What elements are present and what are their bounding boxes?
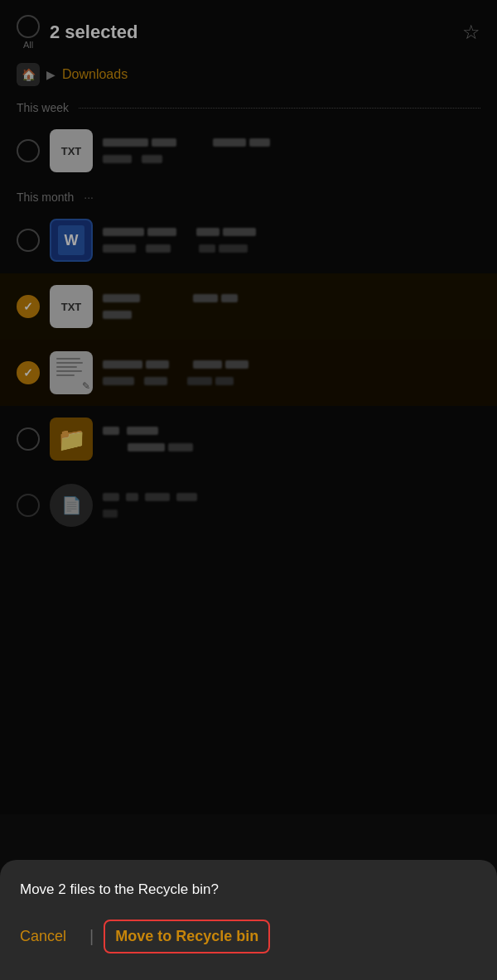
star-icon[interactable]: ☆ [462, 21, 480, 44]
action-sheet-message: Move 2 files to the Recycle bin? [20, 880, 477, 900]
file-row[interactable]: TXT [0, 273, 497, 340]
cancel-button[interactable]: Cancel [20, 921, 80, 952]
file-info-3 [103, 294, 480, 319]
section-divider [79, 108, 480, 109]
file-thumb-folder-5: 📁 [50, 418, 93, 461]
file-checkbox-5[interactable] [17, 427, 40, 451]
home-icon[interactable]: 🏠 [17, 63, 40, 86]
file-thumb-txt-1: TXT [50, 129, 93, 172]
file-info-6 [103, 493, 480, 518]
file-row[interactable]: TXT [0, 118, 497, 184]
breadcrumb-folder[interactable]: Downloads [62, 67, 128, 82]
section-this-month: This month ··· [0, 184, 497, 207]
action-sheet-buttons: Cancel | Move to Recycle bin [20, 920, 477, 953]
all-label: All [23, 40, 33, 50]
breadcrumb-arrow: ▶ [46, 68, 55, 81]
file-row[interactable]: 📁 [0, 406, 497, 472]
file-checkbox-4[interactable] [17, 361, 40, 384]
file-row[interactable]: ✎ [0, 340, 497, 406]
action-divider: | [89, 927, 94, 946]
file-checkbox-3[interactable] [17, 295, 40, 318]
selected-count: 2 selected [50, 22, 138, 43]
action-sheet: Move 2 files to the Recycle bin? Cancel … [0, 860, 497, 980]
file-info-2 [103, 228, 480, 253]
breadcrumb: 🏠 ▶ Downloads [0, 58, 497, 94]
section-this-week: This week [0, 94, 497, 118]
header: All 2 selected ☆ [0, 0, 497, 58]
file-thumb-doc-4: ✎ [50, 351, 93, 394]
file-checkbox-6[interactable] [17, 494, 40, 517]
confirm-move-to-recycle-bin-button[interactable]: Move to Recycle bin [104, 920, 270, 953]
file-info-1 [103, 138, 480, 163]
file-info-4 [103, 360, 480, 385]
select-all-checkbox[interactable] [17, 15, 40, 38]
file-thumb-misc-6: 📄 [50, 484, 93, 527]
header-left: All 2 selected [17, 15, 138, 50]
file-row[interactable]: 📄 [0, 472, 497, 538]
file-row[interactable]: W [0, 207, 497, 273]
file-thumb-word-2: W [50, 219, 93, 262]
file-thumb-txt-3: TXT [50, 285, 93, 328]
file-checkbox-2[interactable] [17, 229, 40, 252]
file-checkbox-1[interactable] [17, 139, 40, 162]
file-info-5 [103, 427, 480, 451]
